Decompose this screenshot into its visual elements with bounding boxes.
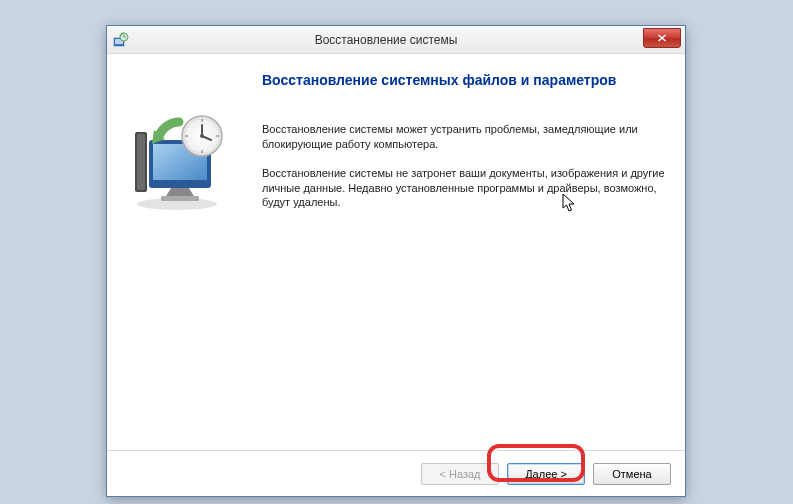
restore-app-icon — [113, 32, 129, 48]
titlebar: Восстановление системы — [107, 26, 685, 54]
system-restore-window: Восстановление системы — [106, 25, 686, 497]
description-paragraph-1: Восстановление системы может устранить п… — [262, 122, 665, 152]
dialog-content: Восстановление системных файлов и параме… — [107, 54, 685, 450]
page-heading: Восстановление системных файлов и параме… — [262, 72, 665, 88]
close-icon — [657, 34, 667, 42]
svg-point-21 — [200, 134, 204, 138]
wizard-buttons: < Назад Далее > Отмена — [107, 451, 685, 497]
system-restore-illustration-icon — [127, 114, 237, 214]
window-title: Восстановление системы — [129, 33, 643, 47]
illustration-pane — [119, 72, 254, 440]
text-pane: Восстановление системных файлов и параме… — [254, 72, 665, 440]
svg-rect-6 — [137, 134, 145, 190]
cancel-button[interactable]: Отмена — [593, 463, 671, 485]
description-paragraph-2: Восстановление системы не затронет ваши … — [262, 166, 665, 211]
next-button[interactable]: Далее > — [507, 463, 585, 485]
close-button[interactable] — [643, 28, 681, 48]
back-button: < Назад — [421, 463, 499, 485]
svg-rect-11 — [161, 196, 199, 201]
